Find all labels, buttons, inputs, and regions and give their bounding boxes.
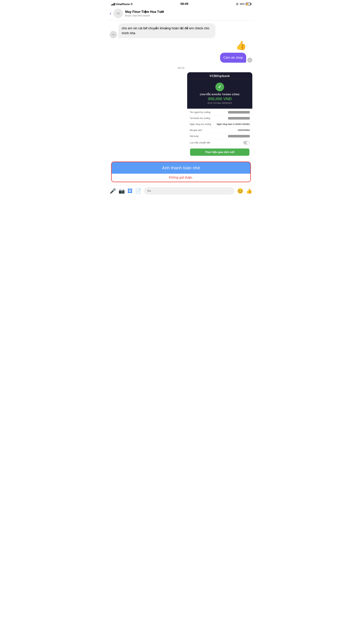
status-time: 08:09 — [180, 2, 188, 6]
status-left: VinaPhone ⊙ — [111, 2, 133, 6]
bank-label-content: Nội dung — [190, 135, 198, 138]
bank-value-recipient-name — [228, 111, 250, 114]
bank-transfer-message-row: VCBDigibank CHUYỂN KHOẢN THÀNH CÔNG 350,… — [110, 72, 252, 159]
bank-value-account — [228, 117, 250, 120]
bank-value-content — [228, 135, 250, 138]
contact-avatar: Mỹ — [113, 9, 123, 18]
bank-transfer-label: CHUYỂN KHOẢN THÀNH CÔNG — [190, 93, 249, 96]
image-button[interactable]: 🖼 — [127, 188, 132, 194]
back-button[interactable]: ‹ — [110, 11, 111, 16]
like-button[interactable]: 👍 — [246, 188, 252, 194]
bank-row-save-template: Lưu mẫu chuyển tiền — [187, 139, 252, 146]
bank-row-account: Tài khoản thụ hưởng — [187, 115, 252, 121]
bank-datetime: 06:20 Thứ Năm 28/09/2023 — [190, 102, 249, 104]
bank-row-bank: Ngân hàng thụ hưởng Ngân hàng Nam Á (NAM… — [187, 121, 252, 127]
battery-percent: 36% — [240, 2, 245, 6]
battery-icon — [246, 3, 251, 5]
sender-avatar: Mỹ — [110, 31, 117, 38]
status-bar: VinaPhone ⊙ 08:09 @ 36% — [107, 0, 255, 7]
bank-label-transaction-id: Mã giao dịch — [190, 129, 202, 132]
payment-bubble-wrap: Anh thanh toán nhé Không gửi được. — [111, 162, 251, 182]
bank-amount: 350,000 VND — [190, 96, 249, 101]
bank-value-transaction-id: 4303535904 — [238, 129, 250, 132]
mic-button[interactable]: 🎤 — [110, 188, 116, 194]
location-icon: @ — [236, 2, 239, 6]
carrier-label: VinaPhone — [116, 2, 130, 6]
bank-success-section: CHUYỂN KHOẢN THÀNH CÔNG 350,000 VND 06:2… — [187, 79, 252, 109]
signal-bars-icon — [111, 2, 115, 6]
message-row-incoming: Mỹ cho em xin cái bill chuyển khoảng hoà… — [110, 23, 252, 38]
payment-message-bubble: Anh thanh toán nhé — [112, 162, 250, 174]
new-transaction-button[interactable]: Thực hiện giao dịch mới — [190, 148, 249, 156]
bank-label-bank: Ngân hàng thụ hưởng — [190, 123, 211, 126]
bank-label-account: Tài khoản thụ hưởng — [190, 117, 210, 120]
bank-row-transaction-id: Mã giao dịch 4303535904 — [187, 127, 252, 133]
bank-transfer-card: VCBDigibank CHUYỂN KHOẢN THÀNH CÔNG 350,… — [187, 72, 252, 159]
chat-area: Mỹ cho em xin cái bill chuyển khoảng hoà… — [107, 20, 255, 182]
reaction-row: 👍 — [110, 40, 252, 52]
bank-success-icon — [215, 82, 224, 91]
thumbs-up-reaction: 👍 — [236, 40, 251, 50]
my-avatar-small — [247, 58, 252, 63]
outgoing-bubble: Cám ơn shop — [220, 53, 246, 63]
bank-app-name: VCBDigibank — [190, 74, 249, 78]
bottom-toolbar: 🎤 📷 🖼 📄 😊 👍 — [107, 185, 255, 198]
emoji-button[interactable]: 😊 — [237, 188, 243, 194]
status-right: @ 36% — [236, 2, 251, 6]
bank-row-recipient-name: Tên người thụ hưởng — [187, 110, 252, 115]
chat-header: ‹ Mỹ May Fleur-Tiệm Hoa Tươi Đoạn chat k… — [107, 7, 255, 20]
bank-value-bank: Ngân hàng Nam Á (NAM A BANK) — [217, 123, 250, 126]
message-row-outgoing: Cám ơn shop — [110, 53, 252, 63]
message-input[interactable] — [144, 187, 235, 195]
chat-subtitle: Đoạn chat kinh doanh — [125, 14, 252, 17]
payment-section: Anh thanh toán nhé Không gửi được. — [110, 162, 252, 182]
incoming-message-text: cho em xin cái bill chuyển khoảng hoàn t… — [122, 26, 209, 35]
document-button[interactable]: 📄 — [135, 188, 141, 194]
wifi-icon: ⊙ — [130, 2, 133, 6]
bank-label-recipient-name: Tên người thụ hưởng — [190, 111, 211, 114]
header-info: May Fleur-Tiệm Hoa Tươi Đoạn chat kinh d… — [125, 10, 252, 17]
payment-message-text: Anh thanh toán nhé — [162, 165, 200, 170]
bank-details: Tên người thụ hưởng Tài khoản thụ hưởng … — [187, 109, 252, 159]
bank-label-save-template: Lưu mẫu chuyển tiền — [190, 142, 210, 144]
contact-name: May Fleur-Tiệm Hoa Tươi — [125, 10, 252, 14]
bank-header: VCBDigibank — [187, 72, 252, 79]
incoming-bubble: cho em xin cái bill chuyển khoảng hoàn t… — [118, 23, 215, 38]
bank-row-content: Nội dung — [187, 133, 252, 139]
payment-error-text: Không gửi được. — [112, 174, 250, 182]
save-template-toggle[interactable] — [243, 141, 250, 144]
timestamp-label: 06:20 — [110, 66, 252, 69]
outgoing-message-text: Cám ơn shop — [223, 56, 243, 60]
camera-button[interactable]: 📷 — [119, 188, 125, 194]
payment-error-label: Không gửi được. — [169, 176, 193, 179]
